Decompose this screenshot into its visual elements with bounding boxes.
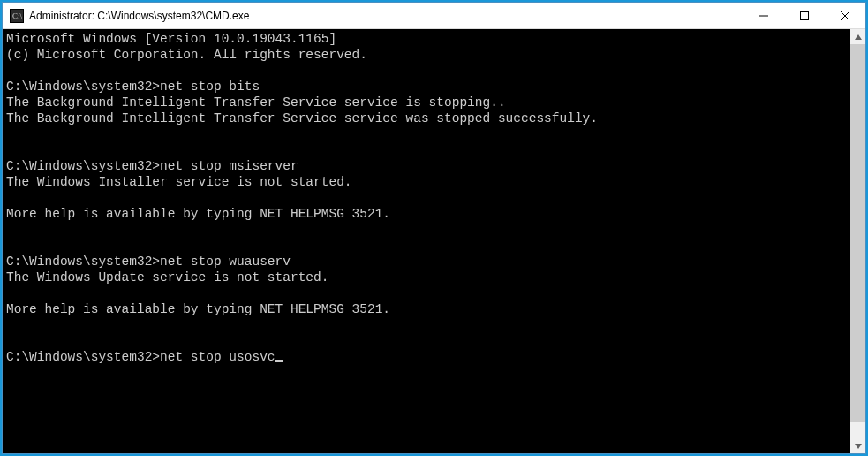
console-line: The Windows Installer service is not sta…: [6, 174, 847, 190]
console-line: C:\Windows\system32>net stop wuauserv: [6, 254, 847, 270]
vertical-scrollbar[interactable]: [850, 29, 865, 453]
console-line: [6, 238, 847, 254]
close-button[interactable]: [825, 3, 865, 28]
console-line: C:\Windows\system32>net stop msiserver: [6, 158, 847, 174]
console-area[interactable]: Microsoft Windows [Version 10.0.19043.11…: [3, 29, 865, 453]
maximize-button[interactable]: [784, 3, 825, 28]
console-line: The Windows Update service is not starte…: [6, 270, 847, 285]
console-current-line[interactable]: C:\Windows\system32>net stop usosvc: [6, 349, 847, 365]
scroll-down-button[interactable]: [850, 438, 865, 453]
console-line: [6, 222, 847, 238]
cmd-icon: C:\: [10, 9, 24, 23]
console-line: (c) Microsoft Corporation. All rights re…: [6, 47, 847, 63]
console-line: [6, 333, 847, 349]
console-line: [6, 142, 847, 158]
minimize-button[interactable]: [743, 3, 784, 28]
console-line: Microsoft Windows [Version 10.0.19043.11…: [6, 31, 847, 47]
titlebar[interactable]: C:\ Administrator: C:\Windows\system32\C…: [3, 3, 865, 29]
svg-text:C:\: C:\: [12, 11, 23, 20]
console-line: [6, 190, 847, 206]
console-line: [6, 285, 847, 301]
window-controls: [743, 3, 865, 28]
console-line: More help is available by typing NET HEL…: [6, 301, 847, 317]
window-title: Administrator: C:\Windows\system32\CMD.e…: [29, 10, 743, 22]
console-line: [6, 63, 847, 79]
console-line: The Background Intelligent Transfer Serv…: [6, 110, 847, 126]
scroll-up-button[interactable]: [850, 29, 865, 44]
console-line: More help is available by typing NET HEL…: [6, 206, 847, 222]
cmd-window: C:\ Administrator: C:\Windows\system32\C…: [2, 2, 866, 454]
cursor: [275, 360, 283, 362]
console-line: The Background Intelligent Transfer Serv…: [6, 95, 847, 110]
console-line: [6, 126, 847, 142]
console-line: C:\Windows\system32>net stop bits: [6, 79, 847, 95]
svg-rect-4: [801, 11, 809, 19]
console-output[interactable]: Microsoft Windows [Version 10.0.19043.11…: [3, 29, 850, 453]
scroll-track[interactable]: [850, 44, 865, 438]
scroll-thumb[interactable]: [850, 44, 865, 422]
console-line: [6, 317, 847, 333]
